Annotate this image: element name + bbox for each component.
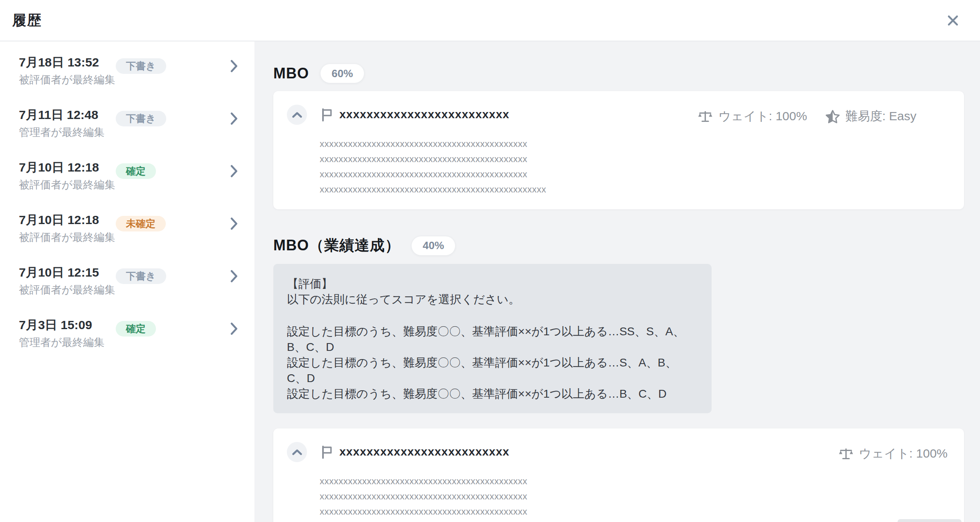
modal-header: 履歴	[0, 0, 980, 41]
collapse-button[interactable]	[287, 105, 307, 125]
evaluation-instructions-box: 【評価】以下の法則に従ってスコアを選択ください。 設定した目標のうち、難易度〇〇…	[273, 264, 712, 413]
chevron-right-icon	[231, 323, 238, 335]
chevron-up-icon	[292, 449, 302, 455]
section-header: MBO60%	[273, 64, 980, 83]
history-item-date: 7月11日 12:48	[19, 108, 116, 122]
status-badge: 下書き	[116, 58, 166, 74]
section-weight-badge: 60%	[321, 64, 364, 83]
goal-card: xxxxxxxxxxxxxxxxxxxxxxxxxウェイト: 100%難易度: …	[273, 91, 964, 209]
history-list-item[interactable]: 7月11日 12:48管理者が最終編集下書き	[0, 108, 254, 160]
goal-meta-label: 難易度: Easy	[845, 108, 916, 125]
history-item-editor: 被評価者が最終編集	[19, 178, 116, 191]
chevron-right-icon	[231, 112, 238, 125]
chevron-right-icon	[231, 60, 238, 72]
close-icon	[946, 14, 960, 27]
history-item-date: 7月10日 12:18	[19, 213, 116, 227]
goal-description-line: xxxxxxxxxxxxxxxxxxxxxxxxxxxxxxxxxxxxxxxx…	[320, 474, 948, 489]
scale-icon	[838, 447, 854, 461]
history-list-item[interactable]: 7月10日 12:18被評価者が最終編集未確定	[0, 213, 254, 265]
goal-meta-item: 難易度: Easy	[825, 108, 916, 125]
goal-meta-label: ウェイト: 100%	[718, 108, 807, 125]
goal-title: xxxxxxxxxxxxxxxxxxxxxxxxx	[339, 445, 509, 458]
instruction-line: 設定した目標のうち、難易度〇〇、基準評価××が1つ以上ある…S、A、B、C、D	[287, 355, 695, 386]
goal-description: xxxxxxxxxxxxxxxxxxxxxxxxxxxxxxxxxxxxxxxx…	[320, 136, 948, 197]
history-item-editor: 被評価者が最終編集	[19, 231, 116, 244]
goal-meta-item: ウェイト: 100%	[838, 445, 948, 462]
flag-icon	[321, 445, 332, 459]
section-weight-badge: 40%	[412, 236, 455, 255]
goal-description-line: xxxxxxxxxxxxxxxxxxxxxxxxxxxxxxxxxxxxxxxx…	[320, 504, 948, 519]
chevron-right-icon	[231, 218, 238, 230]
history-item-editor: 被評価者が最終編集	[19, 283, 116, 296]
goal-description-line: xxxxxxxxxxxxxxxxxxxxxxxxxxxxxxxxxxxxxxxx…	[320, 151, 948, 167]
scale-icon	[698, 110, 713, 124]
page-title: 履歴	[12, 11, 42, 30]
goal-description-line: xxxxxxxxxxxxxxxxxxxxxxxxxxxxxxxxxxxxxxxx…	[320, 489, 948, 504]
goal-description-line: xxxxxxxxxxxxxxxxxxxxxxxxxxxxxxxxxxxxxxxx…	[320, 136, 948, 151]
history-modal: 履歴 7月18日 13:52被評価者が最終編集下書き7月11日 12:48管理者…	[0, 0, 980, 522]
partial-element	[898, 519, 962, 522]
history-item-editor: 管理者が最終編集	[19, 336, 116, 349]
history-item-date: 7月3日 15:09	[19, 318, 116, 332]
modal-body: 7月18日 13:52被評価者が最終編集下書き7月11日 12:48管理者が最終…	[0, 41, 980, 522]
chevron-right-icon	[231, 270, 238, 282]
history-item-editor: 被評価者が最終編集	[19, 73, 116, 86]
star-half-icon	[825, 110, 840, 124]
goal-meta-label: ウェイト: 100%	[859, 445, 948, 462]
goal-description-line: xxxxxxxxxxxxxxxxxxxxxxxxxxxxxxxxxxxxxxxx…	[320, 167, 948, 182]
goal-meta-item: ウェイト: 100%	[698, 108, 807, 125]
status-badge: 確定	[116, 321, 156, 337]
history-list-item[interactable]: 7月10日 12:15被評価者が最終編集下書き	[0, 265, 254, 318]
history-list: 7月18日 13:52被評価者が最終編集下書き7月11日 12:48管理者が最終…	[0, 41, 254, 522]
status-badge: 確定	[116, 163, 156, 179]
goal-meta: ウェイト: 100%難易度: Easy	[698, 108, 916, 125]
goal-description-line: xxxxxxxxxxxxxxxxxxxxxxxxxxxxxxxxxxxxxxxx…	[320, 519, 948, 522]
history-item-date: 7月10日 12:18	[19, 160, 116, 175]
collapse-button[interactable]	[287, 442, 307, 462]
section-title: MBO（業績達成）	[273, 236, 400, 256]
chevron-up-icon	[292, 112, 302, 118]
history-list-item[interactable]: 7月3日 15:09管理者が最終編集確定	[0, 318, 254, 370]
close-button[interactable]	[940, 7, 966, 34]
instruction-line: 設定した目標のうち、難易度〇〇、基準評価××が1つ以上ある…SS、S、A、B、C…	[287, 324, 695, 355]
instruction-line: 以下の法則に従ってスコアを選択ください。	[287, 292, 695, 307]
chevron-right-icon	[231, 165, 238, 177]
flag-icon	[321, 108, 332, 122]
section-gap	[273, 209, 980, 236]
history-item-editor: 管理者が最終編集	[19, 126, 116, 139]
section-header: MBO（業績達成）40%	[273, 236, 980, 256]
status-badge: 下書き	[116, 111, 166, 126]
goal-title: xxxxxxxxxxxxxxxxxxxxxxxxx	[339, 108, 509, 121]
history-list-item[interactable]: 7月18日 13:52被評価者が最終編集下書き	[0, 55, 254, 108]
goal-card: xxxxxxxxxxxxxxxxxxxxxxxxxウェイト: 100%xxxxx…	[273, 428, 964, 522]
snapshot-detail: MBO60%xxxxxxxxxxxxxxxxxxxxxxxxxウェイト: 100…	[254, 41, 980, 522]
section-title: MBO	[273, 65, 309, 82]
history-item-date: 7月18日 13:52	[19, 55, 116, 70]
history-item-date: 7月10日 12:15	[19, 265, 116, 280]
goal-description-line: xxxxxxxxxxxxxxxxxxxxxxxxxxxxxxxxxxxxxxxx…	[320, 182, 948, 197]
instruction-line: 設定した目標のうち、難易度〇〇、基準評価××が1つ以上ある…B、C、D	[287, 386, 695, 402]
instruction-line	[287, 307, 695, 324]
goal-description: xxxxxxxxxxxxxxxxxxxxxxxxxxxxxxxxxxxxxxxx…	[320, 474, 948, 522]
instruction-line: 【評価】	[287, 276, 695, 292]
status-badge: 未確定	[116, 216, 166, 231]
status-badge: 下書き	[116, 268, 166, 284]
goal-meta: ウェイト: 100%	[838, 445, 948, 462]
history-list-item[interactable]: 7月10日 12:18被評価者が最終編集確定	[0, 160, 254, 213]
